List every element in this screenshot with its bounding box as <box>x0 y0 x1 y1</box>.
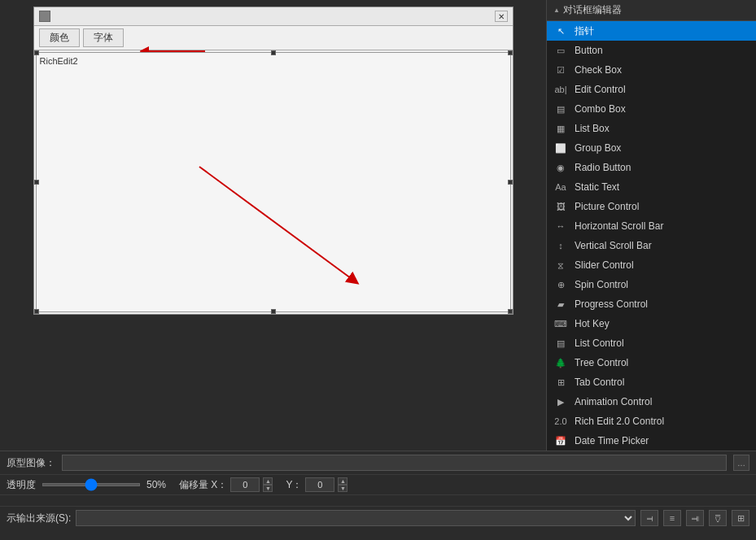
control-item-hotkey[interactable]: ⌨Hot Key <box>547 314 756 333</box>
transparency-row: 透明度 50% 偏移量 X： ▲ ▼ Y： ▲ ▼ <box>0 475 756 495</box>
control-item-spin[interactable]: ⊕Spin Control <box>547 275 756 294</box>
button-icon: ▭ <box>553 43 568 58</box>
panel-title: 对话框编辑器 <box>563 3 622 17</box>
hscroll-label: Horizontal Scroll Bar <box>575 220 663 232</box>
richedit-label: RichEdit2 <box>40 56 78 66</box>
progress-icon: ▰ <box>553 297 568 311</box>
vscroll-label: Vertical Scroll Bar <box>575 240 652 251</box>
control-panel: 对话框编辑器 ↖指针▭Button☑Check Boxab|Edit Contr… <box>546 0 756 451</box>
edit-icon: ab| <box>553 82 568 97</box>
prototype-row: 原型图像： … <box>0 451 756 475</box>
offset-y-input[interactable] <box>305 477 334 492</box>
datetimepicker-label: Date Time Picker <box>575 435 649 446</box>
hscroll-icon: ↔ <box>553 219 568 233</box>
offset-x-group: 偏移量 X： ▲ ▼ <box>179 477 273 492</box>
treectrl-icon: 🌲 <box>553 355 568 370</box>
offset-x-input[interactable] <box>230 477 260 492</box>
control-item-tabctrl[interactable]: ⊞Tab Control <box>547 372 756 392</box>
control-item-listctrl[interactable]: ▤List Control <box>547 333 756 353</box>
transparency-label: 透明度 <box>7 478 36 492</box>
picture-icon: 🖼 <box>553 199 568 214</box>
prototype-btn[interactable]: … <box>733 455 749 471</box>
combobox-label: Combo Box <box>575 103 626 115</box>
control-item-radiobutton[interactable]: ◉Radio Button <box>547 158 756 177</box>
pointer-label: 指针 <box>575 24 594 38</box>
align-extra-btn[interactable]: ⊞ <box>732 510 749 526</box>
control-item-combobox[interactable]: ▤Combo Box <box>547 99 756 119</box>
offset-x-down[interactable]: ▼ <box>263 485 273 492</box>
handle-tm <box>271 50 276 55</box>
control-item-groupbox[interactable]: ⬜Group Box <box>547 138 756 158</box>
control-item-listbox[interactable]: ▦List Box <box>547 119 756 138</box>
main-arrow <box>37 53 510 311</box>
tabctrl-label: Tab Control <box>575 377 624 388</box>
groupbox-icon: ⬜ <box>553 141 568 155</box>
slider-label: Slider Control <box>575 259 634 271</box>
offset-y-group: Y： ▲ ▼ <box>286 477 347 492</box>
source-select[interactable] <box>76 510 636 526</box>
picture-label: Picture Control <box>575 201 639 212</box>
listbox-icon: ▦ <box>553 121 568 136</box>
listbox-label: List Box <box>575 123 610 134</box>
progress-label: Progress Control <box>575 298 648 310</box>
control-item-slider[interactable]: ⧖Slider Control <box>547 255 756 275</box>
vscroll-icon: ↕ <box>553 238 568 253</box>
dialog-body[interactable]: RichEdit2 <box>36 52 511 312</box>
spin-label: Spin Control <box>575 279 628 290</box>
align-justify-btn[interactable]: ⩢ <box>709 510 727 526</box>
source-label: 示输出来源(S): <box>7 512 71 525</box>
spin-icon: ⊕ <box>553 277 568 292</box>
statictext-label: Static Text <box>575 181 619 193</box>
control-item-animation[interactable]: ▶Animation Control <box>547 392 756 412</box>
main-area: ✕ 颜色 字体 RichEdit2 <box>0 0 756 451</box>
hotkey-label: Hot Key <box>575 318 610 329</box>
checkbox-label: Check Box <box>575 64 622 76</box>
control-item-edit[interactable]: ab|Edit Control <box>547 80 756 99</box>
align-right-btn[interactable]: ⫥ <box>686 510 704 526</box>
control-item-statictext[interactable]: AaStatic Text <box>547 177 756 197</box>
control-item-picture[interactable]: 🖼Picture Control <box>547 197 756 216</box>
control-item-richedit[interactable]: 2.0Rich Edit 2.0 Control <box>547 412 756 431</box>
slider-container <box>42 483 140 486</box>
font-button[interactable]: 字体 <box>83 28 124 47</box>
color-button[interactable]: 颜色 <box>39 28 80 47</box>
handle-tl <box>34 50 39 55</box>
offset-x-label: 偏移量 X： <box>179 478 227 492</box>
handle-mr <box>508 180 513 185</box>
control-item-pointer[interactable]: ↖指针 <box>547 21 756 41</box>
empty-row <box>0 495 756 507</box>
dialog-window: ✕ 颜色 字体 RichEdit2 <box>33 7 513 315</box>
source-row: 示输出来源(S): ⫤ ≡ ⫥ ⩢ ⊞ <box>0 507 756 529</box>
control-item-hscroll[interactable]: ↔Horizontal Scroll Bar <box>547 216 756 236</box>
animation-label: Animation Control <box>575 396 652 407</box>
offset-y-label: Y： <box>286 478 302 492</box>
control-list: ↖指针▭Button☑Check Boxab|Edit Control▤Comb… <box>547 21 756 451</box>
align-center-btn[interactable]: ≡ <box>663 510 681 526</box>
control-item-progress[interactable]: ▰Progress Control <box>547 294 756 314</box>
align-left-btn[interactable]: ⫤ <box>640 510 658 526</box>
richedit-label: Rich Edit 2.0 Control <box>575 416 664 427</box>
dialog-editor: ✕ 颜色 字体 RichEdit2 <box>0 0 546 451</box>
treectrl-label: Tree Control <box>575 357 628 368</box>
offset-y-up[interactable]: ▲ <box>338 477 347 485</box>
hotkey-icon: ⌨ <box>553 316 568 331</box>
handle-br <box>508 309 513 314</box>
tabctrl-icon: ⊞ <box>553 375 568 390</box>
dialog-close-button[interactable]: ✕ <box>495 11 508 22</box>
dialog-icon <box>39 11 50 22</box>
prototype-input[interactable] <box>62 455 727 471</box>
offset-y-spinner: ▲ ▼ <box>338 477 347 492</box>
control-item-vscroll[interactable]: ↕Vertical Scroll Bar <box>547 236 756 255</box>
control-item-checkbox[interactable]: ☑Check Box <box>547 60 756 80</box>
svg-line-3 <box>199 167 354 281</box>
offset-y-down[interactable]: ▼ <box>338 485 347 492</box>
listctrl-icon: ▤ <box>553 336 568 351</box>
slider-icon: ⧖ <box>553 258 568 272</box>
offset-x-up[interactable]: ▲ <box>263 477 273 485</box>
control-item-button[interactable]: ▭Button <box>547 41 756 60</box>
handle-ml <box>34 180 39 185</box>
richedit-icon: 2.0 <box>553 414 568 429</box>
control-item-datetimepicker[interactable]: 📅Date Time Picker <box>547 431 756 451</box>
control-item-treectrl[interactable]: 🌲Tree Control <box>547 353 756 372</box>
transparency-slider[interactable] <box>42 483 140 486</box>
